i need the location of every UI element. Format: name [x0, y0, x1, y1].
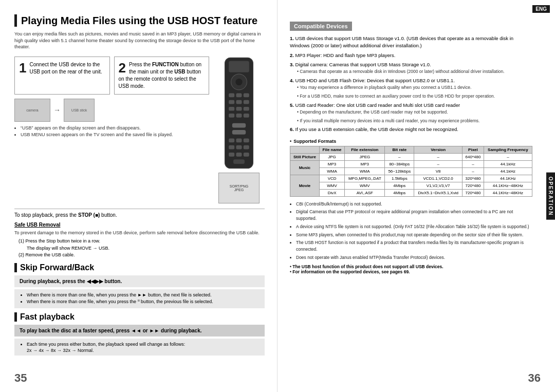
cell-wma-ext: WMA — [345, 167, 385, 175]
svg-rect-9 — [244, 100, 249, 104]
svg-rect-18 — [229, 138, 234, 142]
cat-music: Music — [290, 160, 320, 175]
notes-section: CBI (Control/Bulk/Interrupt) is not supp… — [290, 201, 532, 261]
cell-vcd-pix: 320*480 — [462, 175, 484, 182]
svg-rect-24 — [229, 153, 234, 157]
compat-text-6: If you use a USB extension cable, the US… — [295, 126, 458, 132]
bold-note-1: • The USB host function of this product … — [290, 264, 532, 269]
bullet-note-1: “USB” appears on the display screen and … — [21, 125, 209, 132]
cell-divx-bit: 4Mbps — [385, 189, 414, 196]
safe-step-display: The display will show REMOVE → USB. — [18, 245, 265, 252]
fast-playback-highlight: To play back the disc at a faster speed,… — [14, 325, 265, 337]
formats-section: Supported Formats File name File extensi… — [290, 139, 532, 197]
svg-rect-4 — [229, 93, 234, 97]
table-row-wmv: WMV WMV 4Mbps V1,V2,V3,V7 720*480 44.1KH… — [290, 182, 532, 189]
step1-box: 1 Connect the USB device to the USB port… — [14, 57, 110, 95]
intro-text: You can enjoy media files such as pictur… — [14, 31, 265, 50]
col-extension: File extension — [345, 146, 385, 153]
fast-playback-title: Fast playback — [14, 312, 265, 322]
note-3: A device using NTFS file system is not s… — [296, 223, 532, 230]
step1-text: Connect the USB device to the USB port o… — [19, 61, 105, 76]
step1-number: 1 — [19, 61, 26, 74]
svg-rect-22 — [236, 145, 242, 149]
step2-number: 2 — [119, 61, 126, 74]
cat-still: Still Picture — [290, 153, 320, 160]
skip-highlight: During playback, press the ◀◀▶▶ button. — [14, 275, 265, 287]
svg-rect-13 — [229, 114, 234, 118]
note-4: Some MP3 players, when connected to this… — [296, 232, 532, 238]
cell-wma-samp: 44.1kHz — [484, 167, 532, 175]
svg-rect-7 — [229, 100, 234, 104]
cell-wmv-bit: 4Mbps — [385, 182, 414, 189]
steps-col: 1 Connect the USB device to the USB port… — [14, 57, 209, 203]
device-img1: camera — [14, 99, 50, 122]
svg-rect-16 — [232, 123, 246, 128]
compat-sub-4-1: You may experience a difference in playb… — [297, 84, 532, 91]
svg-rect-15 — [244, 114, 249, 118]
cell-wmv-pix: 720*480 — [462, 182, 484, 189]
cell-wmv-ver: V1,V2,V3,V7 — [414, 182, 462, 189]
safe-removal-desc: To prevent damage to the memory stored i… — [14, 230, 265, 236]
cell-wmv-name: WMV — [319, 182, 344, 189]
safe-removal-section: Safe USB Removal To prevent damage to th… — [14, 222, 265, 259]
cell-divx-name: DivX — [319, 189, 344, 196]
fast-playback-speeds: 2x → 4x → 8x → 32x → Normal. — [20, 348, 260, 353]
compat-sub-4-2: For a USB HDD, make sure to connect an a… — [297, 93, 532, 100]
svg-rect-11 — [236, 107, 242, 111]
cell-wma-pix: – — [462, 167, 484, 175]
cell-mp3-samp: 44.1kHz — [484, 160, 532, 167]
cell-vcd-bit: 1.5Mbps — [385, 175, 414, 182]
svg-rect-23 — [244, 145, 249, 149]
step2-box: 2 Press the FUNCTION button on the main … — [114, 57, 210, 95]
skip-bullet-2: When there is more than one file, when y… — [27, 298, 260, 306]
col-filename: File name — [319, 146, 344, 153]
content-row: 1 Connect the USB device to the USB port… — [14, 57, 265, 203]
svg-rect-10 — [229, 107, 234, 111]
device-img2: USB stick — [64, 99, 95, 122]
eng-badge: ENG — [532, 5, 550, 13]
svg-rect-26 — [244, 153, 249, 157]
page-number-left: 35 — [14, 371, 27, 385]
svg-rect-12 — [244, 107, 249, 111]
compat-item-2: 2. MP3 Player: HDD and flash type MP3 pl… — [290, 52, 532, 59]
fast-playback-sub: Each time you press either button, the p… — [14, 339, 265, 356]
cell-wma-name: WMA — [319, 167, 344, 175]
page-right: ENG Compatible Devices 1. USB devices th… — [278, 0, 555, 392]
bullet-notes: “USB” appears on the display screen and … — [14, 125, 209, 139]
remote-col: SORT/PNG JPEG — [213, 57, 265, 203]
safe-removal-title: Safe USB Removal — [14, 222, 265, 228]
compat-item-4: 4. USB HDD and USB Flash Drive: Devices … — [290, 77, 532, 100]
compat-text-4: USB HDD and USB Flash Drive: Devices tha… — [295, 78, 455, 83]
right-content: Compatible Devices 1. USB devices that s… — [290, 22, 532, 274]
cell-jpg-samp: – — [484, 153, 532, 160]
cell-divx-ver: DivX5.1~DivX5.1,Xvid — [414, 189, 462, 196]
col-pixel: Pixel — [462, 146, 484, 153]
cell-mp3-pix: – — [462, 160, 484, 167]
compat-sub-5-2: If you install multiple memory devices i… — [297, 118, 532, 124]
note-5: The USB HOST function is not supported i… — [296, 239, 532, 253]
compat-item-1: 1. USB devices that support USB Mass Sto… — [290, 35, 532, 50]
cell-wma-bit: 56~128kbps — [385, 167, 414, 175]
bold-note-2: • For information on the supported devic… — [290, 269, 532, 274]
screen-display: SORT/PNG JPEG — [218, 173, 260, 203]
fast-playback-note: Each time you press either button, the p… — [27, 341, 260, 348]
skip-section-title: Skip Forward/Back — [14, 263, 265, 272]
note-6: Does not operate with Janus enabled MTP(… — [296, 254, 532, 261]
cell-wmv-ext: WMV — [345, 182, 385, 189]
svg-rect-1 — [229, 61, 249, 72]
cell-divx-ext: AVI,.ASF — [345, 189, 385, 196]
safe-step-2: (2) Remove the USB cable. — [18, 252, 265, 259]
safe-removal-steps: (1) Press the Stop button twice in a row… — [14, 238, 265, 259]
svg-rect-14 — [236, 114, 242, 118]
svg-rect-19 — [236, 138, 242, 142]
skip-bullet-1: When there is more than one file, when y… — [27, 292, 260, 299]
note-1: CBI (Control/Bulk/Interrupt) is not supp… — [296, 201, 532, 208]
svg-rect-17 — [232, 130, 246, 135]
svg-rect-20 — [244, 138, 249, 142]
compatible-devices-header: Compatible Devices — [290, 22, 352, 31]
safe-step-1: (1) Press the Stop button twice in a row… — [18, 238, 265, 245]
compat-text-5: USB card Reader: One slot USB card reade… — [295, 102, 460, 108]
operation-badge: OPERATION — [546, 172, 555, 220]
cell-jpg-ver: – — [414, 153, 462, 160]
col-category — [290, 146, 320, 153]
